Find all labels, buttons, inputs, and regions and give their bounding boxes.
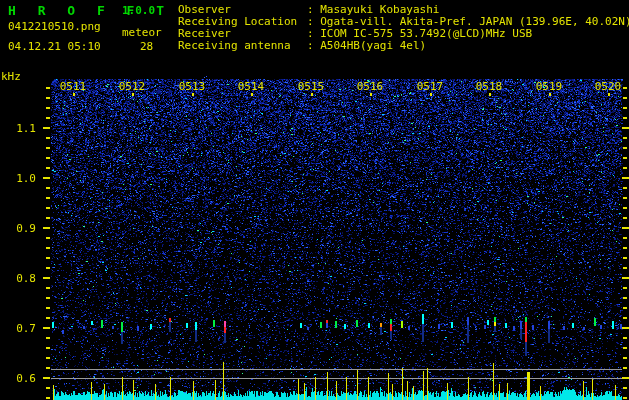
- app-version: 1.0.0: [122, 5, 155, 16]
- time-tick-label-0516: 0516: [355, 81, 385, 92]
- time-tick-label-0513: 0513: [177, 81, 207, 92]
- info-label: Receiving Location: [178, 16, 300, 27]
- time-tick-label-0515: 0515: [296, 81, 326, 92]
- time-tick-label-0517: 0517: [415, 81, 445, 92]
- info-row-observer: Observer: Masayuki Kobayashi: [178, 4, 439, 15]
- freq-tick-label-0.7: 0.7: [0, 323, 36, 334]
- freq-tick-label-0.6: 0.6: [0, 373, 36, 384]
- spectrogram-canvas: [0, 0, 629, 400]
- time-tick-label-0511: 0511: [58, 81, 88, 92]
- hrofft-window: H R O F F T 1.0.0 0412210510.png meteor …: [0, 0, 629, 400]
- freq-tick-label-1.1: 1.1: [0, 123, 36, 134]
- time-tick-label-0518: 0518: [474, 81, 504, 92]
- info-row-receiver: Receiver: ICOM IC-575 53.7492(@LCD)MHz U…: [178, 28, 532, 39]
- freq-tick-label-1.0: 1.0: [0, 173, 36, 184]
- time-tick-label-0512: 0512: [117, 81, 147, 92]
- freq-tick-label-0.9: 0.9: [0, 223, 36, 234]
- time-tick-label-0514: 0514: [236, 81, 266, 92]
- output-filename: 0412210510.png: [8, 21, 101, 32]
- info-row-receiving-antenna: Receiving antenna: A504HB(yagi 4el): [178, 40, 426, 51]
- info-value: : A504HB(yagi 4el): [300, 39, 426, 52]
- info-label: Receiver: [178, 28, 300, 39]
- echo-count: 28: [140, 41, 153, 52]
- info-label: Receiving antenna: [178, 40, 300, 51]
- time-tick-label-0519: 0519: [534, 81, 564, 92]
- freq-axis-unit-label: kHz: [1, 71, 21, 82]
- info-label: Observer: [178, 4, 300, 15]
- observation-datetime: 04.12.21 05:10: [8, 41, 101, 52]
- freq-tick-label-0.8: 0.8: [0, 273, 36, 284]
- info-row-receiving-location: Receiving Location: Ogata-vill. Akita-Pr…: [178, 16, 629, 27]
- mode-label: meteor: [122, 27, 162, 38]
- time-tick-label-0520: 0520: [593, 81, 623, 92]
